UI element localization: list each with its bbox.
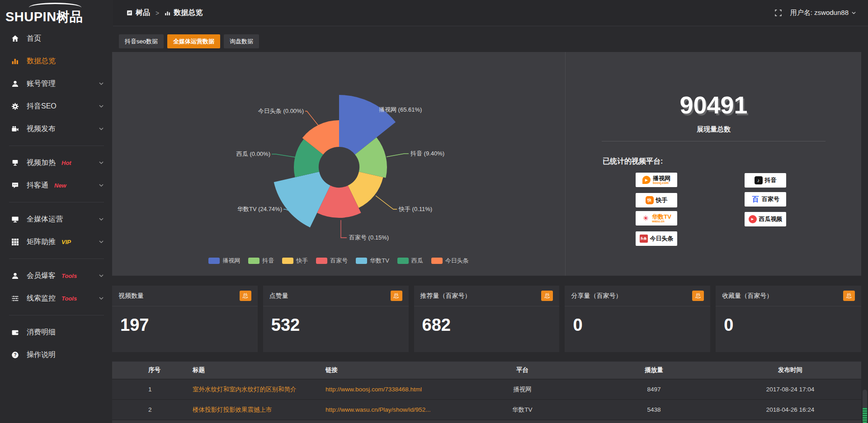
platform-badge-播视网[interactable]: ▶播视网boosj.com [636, 173, 677, 187]
chevron-down-icon[interactable] [99, 81, 104, 86]
chevron-down-icon[interactable] [99, 273, 104, 278]
legend-label: 西瓜 [411, 257, 423, 265]
pie-label-华数TV: 华数TV (24.74%) [237, 206, 282, 212]
sidebar-item-数据总览[interactable]: 数据总览 [0, 50, 113, 72]
fullscreen-icon[interactable] [774, 9, 782, 17]
stat-card-3: 分享量（百家号） 总 0 [565, 286, 710, 352]
sidebar-item-badge: New [54, 182, 66, 189]
sidebar-divider [9, 315, 104, 315]
chevron-down-icon[interactable] [99, 183, 104, 188]
sidebar-item-账号管理[interactable]: 账号管理 [0, 72, 113, 95]
sidebar-item-label: 操作说明 [27, 350, 56, 360]
tab-2[interactable]: 询盘数据 [224, 34, 259, 48]
platform-name: 西瓜视频 [759, 215, 783, 223]
brand-logo[interactable]: SHUPIN树品 [5, 4, 108, 24]
scrollbar-marker[interactable] [863, 408, 867, 423]
sidebar-item-label: 账号管理 [27, 79, 56, 89]
cell-title-link[interactable]: 室外水纹灯和室内水纹灯的区别和简介 [193, 386, 297, 393]
platform-badge-快手[interactable]: 快快手 [636, 193, 677, 207]
legend-item-播视网[interactable]: 播视网 [208, 257, 240, 265]
platform-badge-百家号[interactable]: 百百家号 [745, 192, 786, 207]
wasu-icon: ✳ [642, 214, 650, 222]
chevron-down-icon[interactable] [99, 216, 104, 222]
pie-label-快手: 快手 (0.11%) [398, 206, 432, 212]
sidebar-item-矩阵助推[interactable]: 矩阵助推 VIP [0, 230, 113, 253]
column-header-播放量: 播放量 [589, 366, 719, 374]
total-badge[interactable]: 总 [843, 291, 855, 301]
sidebar-item-label: 视频加热 [27, 158, 56, 168]
legend-item-华数TV[interactable]: 华数TV [356, 257, 389, 265]
stat-card-value: 0 [573, 315, 582, 335]
sidebar-item-会员爆客[interactable]: 会员爆客 Tools [0, 264, 113, 287]
sidebar-item-label: 数据总览 [27, 56, 56, 66]
chevron-down-icon[interactable] [99, 296, 104, 301]
cell-url-link[interactable]: http://www.wasu.cn/Play/show/id/952... [326, 406, 431, 413]
legend-item-今日头条[interactable]: 今日头条 [431, 257, 469, 265]
sidebar-item-抖客通[interactable]: 抖客通 New [0, 174, 113, 197]
cell-time: 2017-08-24 17:04 [719, 386, 861, 393]
baijiahao-icon: 百 [751, 195, 760, 203]
pie-label-line [272, 154, 296, 157]
legend-item-百家号[interactable]: 百家号 [316, 257, 348, 265]
toutiao-icon: 头条 [640, 235, 648, 243]
sidebar-item-label: 矩阵助推 [27, 237, 56, 247]
total-badge[interactable]: 总 [692, 291, 704, 301]
cell-url-link[interactable]: http://www.boosj.com/7338468.html [326, 386, 422, 393]
total-impressions-label: 展现量总数 [566, 125, 862, 134]
platform-badge-今日头条[interactable]: 头条今日头条 [636, 231, 677, 246]
legend-swatch [397, 258, 409, 264]
app-screen: SHUPIN树品 首页 数据总览 账号管理 抖音SEO [0, 0, 868, 423]
legend-item-西瓜[interactable]: 西瓜 [397, 257, 423, 265]
pie-slice-华数TV[interactable] [274, 172, 330, 227]
sidebar-item-消费明细[interactable]: 消费明细 [0, 321, 113, 343]
legend-swatch [356, 258, 367, 264]
legend-swatch [208, 258, 220, 264]
tab-0[interactable]: 抖音seo数据 [119, 34, 164, 48]
user-menu[interactable]: 用户名: zswodun88 [790, 9, 856, 17]
total-badge[interactable]: 总 [240, 291, 251, 301]
sidebar-item-操作说明[interactable]: ? 操作说明 [0, 343, 113, 366]
total-badge[interactable]: 总 [541, 291, 553, 301]
chevron-down-icon[interactable] [99, 160, 104, 165]
cell-title-link[interactable]: 楼体投影灯投影效果震撼上市 [193, 406, 272, 413]
pie-label-line [305, 111, 319, 127]
platform-badge-西瓜视频[interactable]: ▶西瓜视频 [745, 212, 786, 226]
table-row: 1 室外水纹灯和室内水纹灯的区别和简介 http://www.boosj.com… [112, 380, 861, 400]
chevron-down-icon[interactable] [99, 126, 104, 132]
breadcrumb-current[interactable]: 数据总览 [165, 8, 203, 18]
video-icon [11, 125, 19, 133]
stat-card-value: 197 [120, 315, 149, 335]
total-badge[interactable]: 总 [391, 291, 402, 301]
sidebar: SHUPIN树品 首页 数据总览 账号管理 抖音SEO [0, 0, 113, 423]
bar-chart-mini-icon [165, 10, 170, 16]
legend-item-抖音[interactable]: 抖音 [248, 257, 274, 265]
cell-num: 2 [144, 406, 188, 413]
platform-badge-抖音[interactable]: ♪抖音 [745, 173, 786, 188]
breadcrumb-root[interactable]: 树品 [127, 8, 150, 18]
pie-label-播视网: 播视网 (65.61%) [379, 106, 422, 113]
legend-swatch [282, 258, 293, 264]
sidebar-item-视频发布[interactable]: 视频发布 [0, 118, 113, 140]
sidebar-item-badge: Hot [61, 160, 71, 166]
help-icon: ? [11, 351, 19, 359]
summary-section: 90491 展现量总数 已统计的视频平台: ▶播视网boosj.com快快手✳华… [565, 52, 862, 276]
legend-item-快手[interactable]: 快手 [282, 257, 308, 265]
sidebar-item-badge: VIP [61, 239, 71, 245]
sidebar-item-首页[interactable]: 首页 [0, 27, 113, 50]
stat-card-label: 点赞量 [269, 292, 288, 300]
chevron-down-icon[interactable] [99, 103, 104, 109]
sidebar-item-抖音SEO[interactable]: 抖音SEO [0, 95, 113, 118]
cell-time: 2018-04-26 16:24 [719, 406, 861, 413]
sidebar-item-线索监控[interactable]: 线索监控 Tools [0, 287, 113, 310]
platform-badge-华数TV[interactable]: ✳华数TVwasu.cn [636, 211, 677, 226]
wallet-icon [11, 328, 19, 336]
table-row: 2 楼体投影灯投影效果震撼上市 http://www.wasu.cn/Play/… [112, 400, 861, 420]
breadcrumb-separator: > [156, 9, 159, 17]
legend-label: 今日头条 [445, 257, 469, 265]
chevron-down-icon[interactable] [99, 239, 104, 244]
tab-1[interactable]: 全媒体运营数据 [167, 34, 220, 48]
platform-name: 播视网 [653, 175, 670, 182]
sidebar-item-全媒体运营[interactable]: 全媒体运营 [0, 208, 113, 230]
legend-swatch [431, 258, 443, 264]
sidebar-item-视频加热[interactable]: 视频加热 Hot [0, 151, 113, 174]
